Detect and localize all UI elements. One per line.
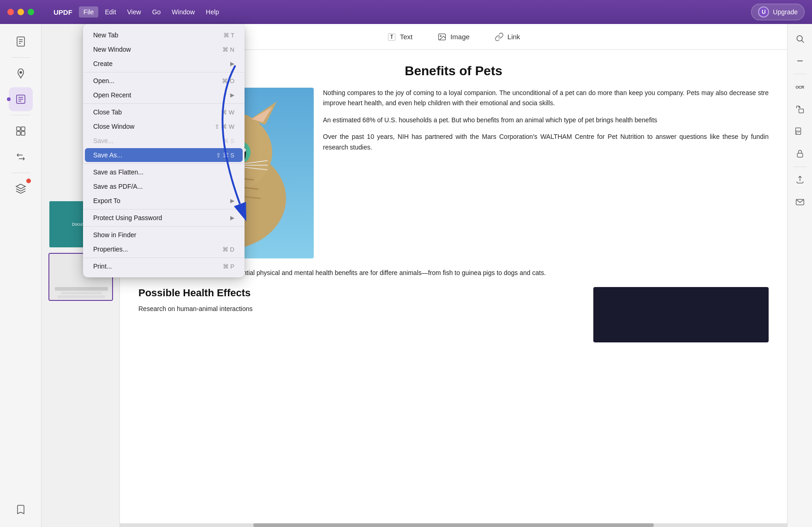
right-sidebar-divider-2 [793, 167, 807, 167]
svg-rect-12 [21, 132, 25, 135]
menu-bar: UPDF File Edit View Go Window Help U Upg… [49, 4, 805, 20]
title-bar: UPDF File Edit View Go Window Help U Upg… [0, 0, 812, 24]
toolbar-image-btn[interactable]: Image [432, 30, 475, 44]
menu-item-open-recent[interactable]: Open Recent ▶ [85, 88, 243, 102]
right-convert-icon[interactable] [791, 100, 809, 119]
pdf-section-text: Research on human-animal interactions [138, 304, 584, 314]
open-label: Open... [93, 77, 114, 84]
close-window-label: Close Window [93, 123, 134, 130]
dropdown-menu-container: New Tab ⌘ T New Window ⌘ N Create [83, 24, 245, 277]
menu-view[interactable]: View [123, 6, 146, 18]
svg-point-36 [797, 36, 802, 41]
menu-go[interactable]: Go [148, 6, 166, 18]
svg-point-4 [20, 72, 22, 73]
file-menu-dropdown: New Tab ⌘ T New Window ⌘ N Create [83, 24, 245, 277]
sidebar-icon-layers[interactable] [9, 177, 33, 201]
upgrade-button[interactable]: U Upgrade [751, 4, 805, 20]
save-as-shortcut: ⇧ ⌘ S [216, 152, 234, 159]
menu-section-save: Close Tab ⌘ W Close Window ⇧ ⌘ W Save... [83, 104, 245, 164]
active-indicator [7, 97, 11, 101]
right-search-icon[interactable] [791, 30, 809, 48]
close-tab-shortcut: ⌘ W [221, 109, 234, 116]
menu-item-close-window[interactable]: Close Window ⇧ ⌘ W [85, 120, 243, 133]
save-label: Save... [93, 137, 113, 144]
close-tab-label: Close Tab [93, 108, 122, 116]
menu-item-new-tab[interactable]: New Tab ⌘ T [85, 28, 243, 42]
close-window-shortcut: ⇧ ⌘ W [215, 123, 235, 130]
upgrade-label: Upgrade [773, 8, 798, 16]
menu-item-print[interactable]: Print... ⌘ P [85, 259, 243, 273]
menu-section-properties: Show in Finder Properties... ⌘ D [83, 227, 245, 258]
menu-section-open: Open... ⌘ O Open Recent ▶ [83, 72, 245, 104]
new-window-shortcut: ⌘ N [222, 46, 234, 53]
sidebar-icon-annotate[interactable] [9, 87, 33, 111]
right-lock-icon[interactable] [791, 144, 809, 163]
protect-password-arrow-icon: ▶ [230, 215, 234, 221]
menu-item-protect-password[interactable]: Protect Using Password ▶ [85, 211, 243, 225]
pdf-horizontal-scrollbar[interactable] [120, 523, 787, 527]
menu-item-save-pdfa[interactable]: Save as PDF/A... [85, 180, 243, 193]
menu-item-create[interactable]: Create ▶ [85, 57, 243, 71]
right-share-icon[interactable] [791, 171, 809, 189]
pdf-scrollbar-thumb[interactable] [253, 523, 654, 527]
menu-file[interactable]: File [79, 6, 99, 18]
pdf-dark-image [593, 287, 769, 342]
sidebar-divider-3 [12, 173, 30, 173]
main-layout: New Tab ⌘ T New Window ⌘ N Create [0, 24, 812, 527]
sidebar-icon-ink[interactable] [9, 61, 33, 85]
text-toolbar-icon [387, 32, 396, 42]
svg-rect-9 [17, 127, 20, 131]
sidebar-icon-organize[interactable] [9, 119, 33, 143]
svg-rect-11 [17, 132, 20, 135]
fullscreen-button[interactable] [28, 9, 34, 15]
print-shortcut: ⌘ P [223, 263, 234, 270]
open-recent-label: Open Recent [93, 91, 131, 99]
upgrade-avatar: U [758, 6, 769, 18]
close-button[interactable] [7, 9, 14, 15]
right-pdfa-icon[interactable]: PDF/ A [791, 122, 809, 141]
minimize-button[interactable] [18, 9, 24, 15]
menu-item-save-flatten[interactable]: Save as Flatten... [85, 165, 243, 179]
menu-item-save-as[interactable]: Save As... ⇧ ⌘ S [85, 148, 243, 162]
right-ocr-icon[interactable]: OCR [791, 78, 809, 96]
menu-item-save[interactable]: Save... ⌘ S [85, 134, 243, 148]
sidebar-divider-1 [12, 57, 30, 58]
show-finder-label: Show in Finder [93, 231, 136, 239]
toolbar-link-btn[interactable]: Link [489, 30, 526, 44]
create-label: Create [93, 60, 113, 67]
toolbar-text-label: Text [400, 33, 413, 41]
menu-help[interactable]: Help [201, 6, 224, 18]
menu-section-print: Print... ⌘ P [83, 258, 245, 275]
print-label: Print... [93, 263, 112, 270]
menu-item-close-tab[interactable]: Close Tab ⌘ W [85, 105, 243, 119]
toolbar-text-btn[interactable]: Text [382, 30, 418, 44]
menu-section-protect: Protect Using Password ▶ [83, 210, 245, 227]
right-minus-icon[interactable] [791, 52, 809, 70]
properties-shortcut: ⌘ D [222, 246, 234, 253]
ocr-text-icon: OCR [795, 85, 804, 90]
right-mail-icon[interactable] [791, 193, 809, 211]
menu-item-show-finder[interactable]: Show in Finder [85, 228, 243, 242]
sidebar-icon-pages[interactable] [9, 30, 33, 54]
menu-app-name[interactable]: UPDF [49, 6, 77, 18]
menu-item-open[interactable]: Open... ⌘ O [85, 74, 243, 88]
menu-window[interactable]: Window [167, 6, 199, 18]
new-window-label: New Window [93, 46, 131, 53]
save-pdfa-label: Save as PDF/A... [93, 183, 143, 190]
menu-item-new-window[interactable]: New Window ⌘ N [85, 42, 243, 56]
open-recent-arrow-icon: ▶ [230, 92, 234, 98]
image-toolbar-icon [437, 32, 447, 42]
right-sidebar: OCR PDF/ A [787, 24, 812, 527]
pdf-section-row: Possible Health Effects Research on huma… [138, 287, 769, 342]
pdf-paragraph-2: An estimated 68% of U.S. households a pe… [323, 115, 769, 125]
pdf-paragraph-1: Nothing compares to the joy of coming to… [323, 88, 769, 108]
sidebar-icon-bookmark[interactable] [9, 497, 33, 521]
toolbar-link-label: Link [508, 33, 520, 41]
svg-rect-43 [797, 153, 803, 157]
sidebar-icon-convert[interactable] [9, 145, 33, 169]
toolbar-image-label: Image [450, 33, 470, 41]
menu-item-properties[interactable]: Properties... ⌘ D [85, 242, 243, 256]
menu-item-export-to[interactable]: Export To ▶ [85, 194, 243, 208]
menu-edit[interactable]: Edit [100, 6, 120, 18]
svg-point-15 [440, 35, 442, 36]
